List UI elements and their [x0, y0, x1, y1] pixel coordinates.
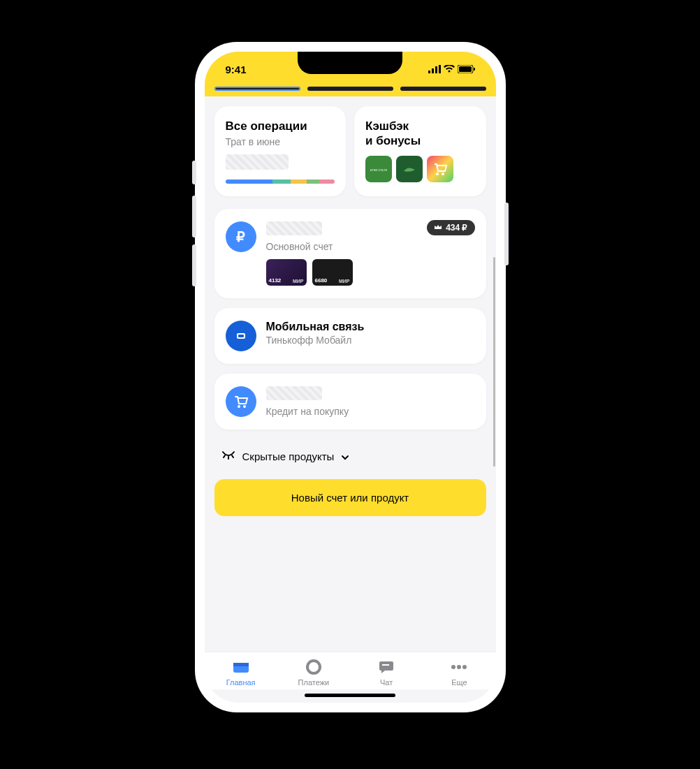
operations-title: Все операции — [226, 119, 335, 133]
operations-card[interactable]: Все операции Трат в июне — [214, 106, 347, 196]
cashback-partner-icon[interactable] — [396, 156, 423, 182]
bank-card-thumbnail[interactable]: 4132 МИР — [266, 259, 307, 286]
svg-rect-20 — [382, 664, 389, 666]
screen: 9:41 Все операц — [205, 52, 496, 703]
payments-icon — [305, 658, 323, 676]
signal-icon — [428, 64, 441, 75]
card-last4: 4132 — [269, 277, 282, 284]
main-content[interactable]: Все операции Трат в июне Кэшбэк и бонусы — [205, 96, 496, 652]
side-button — [192, 244, 196, 286]
cashback-partner-icon[interactable]: UNITED COLORS — [365, 156, 392, 182]
svg-rect-1 — [432, 68, 434, 73]
crown-icon — [434, 223, 442, 233]
side-button — [192, 196, 196, 237]
hidden-products-label: Скрытые продукты — [242, 451, 335, 462]
scrollbar[interactable] — [493, 257, 495, 467]
phone-frame: 9:41 Все операц — [195, 42, 506, 712]
svg-point-12 — [238, 405, 240, 408]
badge-value: 434 ₽ — [446, 223, 467, 233]
operations-amount-redacted — [226, 154, 289, 170]
svg-line-14 — [224, 455, 225, 457]
more-icon — [450, 658, 468, 676]
wifi-icon — [444, 64, 455, 75]
status-icons — [428, 64, 475, 75]
hidden-products-toggle[interactable]: Скрытые продукты — [214, 439, 486, 479]
svg-text:UNITED COLORS: UNITED COLORS — [370, 168, 387, 172]
svg-rect-18 — [233, 663, 249, 666]
story-chip[interactable] — [307, 87, 393, 91]
sim-icon — [226, 321, 256, 351]
notch — [298, 52, 402, 74]
main-account-subtitle: Основной счет — [266, 241, 475, 252]
svg-point-13 — [243, 405, 246, 408]
tab-payments[interactable]: Платежи — [277, 658, 350, 687]
chat-icon — [377, 658, 395, 676]
tab-label: Чат — [380, 678, 393, 687]
spend-breakdown-bar — [226, 180, 335, 184]
card-last4: 6680 — [315, 277, 328, 284]
svg-point-23 — [462, 665, 467, 669]
cashback-card[interactable]: Кэшбэк и бонусы UNITED COLORS — [354, 106, 486, 196]
shopping-cart-icon — [226, 386, 256, 417]
svg-point-22 — [457, 665, 461, 669]
mobile-account-subtitle: Тинькофф Мобайл — [266, 335, 475, 346]
svg-rect-0 — [428, 71, 430, 73]
svg-point-9 — [442, 173, 444, 175]
home-indicator[interactable] — [305, 694, 395, 697]
home-icon — [232, 658, 250, 676]
main-account-card[interactable]: ₽ Основной счет 4132 МИР 6680 МИР — [214, 209, 486, 298]
battery-icon — [458, 64, 475, 75]
svg-rect-3 — [439, 65, 441, 73]
mobile-account-title: Мобильная связь — [266, 321, 475, 333]
tab-more[interactable]: Еще — [423, 658, 495, 687]
svg-point-21 — [451, 665, 455, 669]
main-account-balance-redacted — [266, 221, 322, 235]
eye-closed-icon — [221, 451, 235, 462]
tab-label: Платежи — [298, 678, 330, 687]
credit-account-subtitle: Кредит на покупку — [266, 406, 475, 417]
svg-point-19 — [307, 661, 320, 673]
tab-chat[interactable]: Чат — [350, 658, 423, 687]
side-button — [504, 203, 509, 265]
chevron-down-icon — [341, 451, 349, 462]
svg-line-16 — [232, 455, 233, 457]
tab-label: Еще — [451, 678, 467, 687]
mobile-account-card[interactable]: Мобильная связь Тинькофф Мобайл — [214, 308, 486, 364]
ruble-icon: ₽ — [226, 221, 256, 252]
card-system: МИР — [339, 279, 350, 284]
bank-card-thumbnail[interactable]: 6680 МИР — [312, 259, 353, 286]
svg-point-8 — [436, 173, 439, 175]
new-product-button[interactable]: Новый счет или продукт — [214, 479, 486, 516]
cashback-badge[interactable]: 434 ₽ — [427, 220, 474, 235]
card-system: МИР — [293, 279, 304, 284]
cashback-title: Кэшбэк и бонусы — [365, 119, 475, 149]
credit-balance-redacted — [266, 386, 322, 400]
svg-rect-5 — [459, 66, 472, 72]
credit-account-card[interactable]: Кредит на покупку — [214, 374, 486, 430]
tab-bar: Главная Платежи Чат Еще — [205, 652, 496, 689]
svg-rect-6 — [474, 68, 475, 71]
status-time: 9:41 — [226, 64, 247, 75]
side-button — [192, 161, 196, 184]
story-chip[interactable] — [400, 87, 486, 91]
svg-rect-2 — [435, 66, 437, 73]
svg-rect-11 — [238, 335, 244, 337]
tab-label: Главная — [226, 678, 256, 687]
story-chip[interactable] — [214, 87, 300, 91]
operations-subtitle: Трат в июне — [226, 136, 335, 147]
story-chips[interactable] — [205, 87, 496, 96]
tab-home[interactable]: Главная — [205, 658, 277, 687]
cashback-partner-icon[interactable] — [427, 156, 453, 182]
